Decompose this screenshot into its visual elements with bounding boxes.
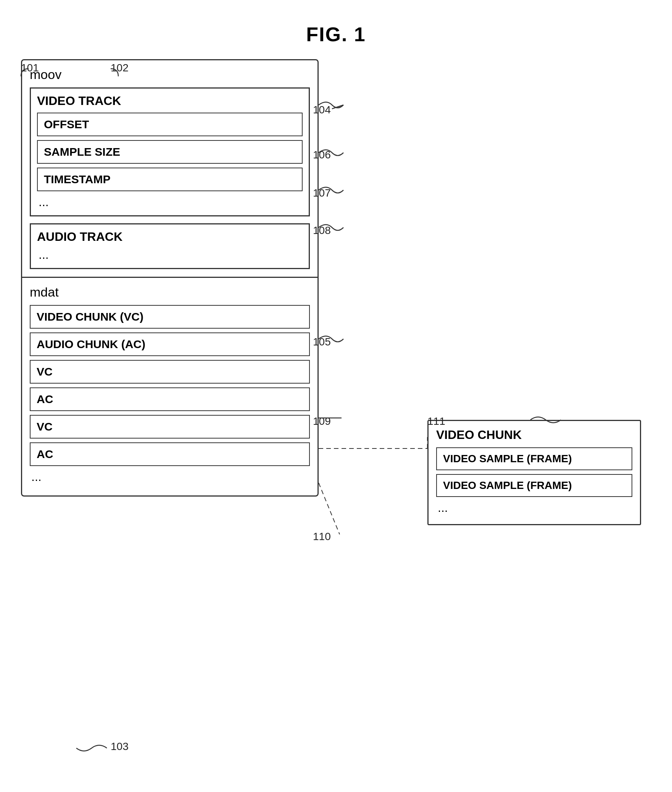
ref-110: 110 bbox=[313, 531, 331, 543]
video-chunk-dots: ... bbox=[436, 501, 632, 515]
vc-2: VC bbox=[30, 415, 310, 439]
ref-103: 103 bbox=[111, 740, 129, 753]
moov-box: moov VIDEO TRACK OFFSET SAMPLE SIZE TIME… bbox=[22, 60, 317, 278]
sample-size-box: SAMPLE SIZE bbox=[37, 140, 303, 164]
mdat-dots: ... bbox=[30, 470, 310, 484]
audio-track-dots: ... bbox=[37, 248, 303, 262]
ref-104: 104 bbox=[313, 104, 331, 116]
offset-box: OFFSET bbox=[37, 113, 303, 136]
ref-111: 111 bbox=[427, 415, 445, 427]
ref-107: 107 bbox=[313, 187, 331, 199]
ref-101: 101 bbox=[21, 62, 39, 74]
audio-track-label: AUDIO TRACK bbox=[37, 230, 303, 244]
moov-label: moov bbox=[30, 67, 310, 82]
main-container: moov VIDEO TRACK OFFSET SAMPLE SIZE TIME… bbox=[21, 59, 319, 497]
ref-106: 106 bbox=[313, 149, 331, 161]
audio-chunk-ac: AUDIO CHUNK (AC) bbox=[30, 332, 310, 356]
ref-108: 108 bbox=[313, 224, 331, 237]
ac-1: AC bbox=[30, 387, 310, 411]
video-sample-2: VIDEO SAMPLE (FRAME) bbox=[436, 474, 632, 497]
video-sample-1: VIDEO SAMPLE (FRAME) bbox=[436, 447, 632, 470]
video-track-dots: ... bbox=[37, 195, 303, 209]
figure-title: FIG. 1 bbox=[0, 0, 672, 46]
vc-1: VC bbox=[30, 360, 310, 384]
mdat-label: mdat bbox=[30, 285, 310, 300]
svg-line-4 bbox=[319, 483, 340, 534]
svg-line-0 bbox=[332, 105, 343, 109]
ac-2: AC bbox=[30, 442, 310, 466]
video-chunk-title: VIDEO CHUNK bbox=[436, 428, 632, 442]
video-track-box: VIDEO TRACK OFFSET SAMPLE SIZE TIMESTAMP… bbox=[30, 87, 310, 216]
mdat-box: mdat VIDEO CHUNK (VC) AUDIO CHUNK (AC) V… bbox=[22, 278, 317, 495]
ref-105: 105 bbox=[313, 336, 331, 348]
video-track-label: VIDEO TRACK bbox=[37, 94, 303, 108]
timestamp-box: TIMESTAMP bbox=[37, 168, 303, 191]
ref-109: 109 bbox=[313, 415, 331, 427]
audio-track-box: AUDIO TRACK ... bbox=[30, 223, 310, 269]
video-chunk-expanded: VIDEO CHUNK VIDEO SAMPLE (FRAME) VIDEO S… bbox=[427, 420, 641, 525]
video-chunk-vc: VIDEO CHUNK (VC) bbox=[30, 305, 310, 329]
ref-102: 102 bbox=[111, 62, 129, 74]
